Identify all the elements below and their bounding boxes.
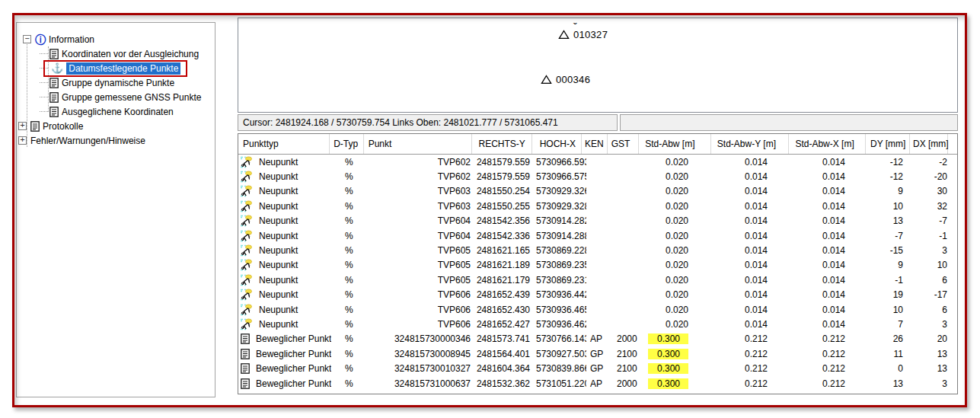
cell-ken: GP [586, 349, 612, 359]
expand-toggle[interactable]: + [18, 136, 27, 145]
cell-dtyp: % [331, 305, 366, 315]
cell-punkttyp: Neupunkt [238, 171, 331, 183]
tree-item-datumsfestlegende-punkte[interactable]: ⚓Datumsfestlegende Punkte [17, 61, 215, 75]
map-marker[interactable]: 010327ˇ [558, 29, 608, 40]
document-icon [49, 107, 59, 117]
table-row[interactable]: Neupunkt%TVP6042481542.3365730914.2880.0… [238, 228, 957, 243]
table-row[interactable]: Neupunkt%TVP6052481621.1895730869.2350.0… [238, 258, 957, 273]
cell-dx: 3 [918, 245, 956, 256]
cell-dtyp: % [331, 333, 366, 344]
column-header-punkt[interactable]: Punkt [364, 134, 473, 154]
cell-rechts_y: 2481652.439 [476, 289, 536, 300]
tree-item-koordinaten-vor-der-ausgleichung[interactable]: Koordinaten vor der Ausgleichung [17, 46, 215, 61]
cell-dy: 0 [874, 363, 918, 374]
cell-std_abw_x: 0.212 [796, 363, 874, 374]
cell-std_abw_y: 0.014 [717, 186, 796, 196]
cell-punkt: TVP604 [366, 215, 476, 226]
cell-std_abw_x: 0.212 [796, 378, 874, 389]
column-header-hoch_x[interactable]: HOCH-X [532, 134, 582, 154]
table-row[interactable]: Beweglicher Punkt%3248157300103272481604… [238, 361, 957, 375]
cell-hoch_x: 5730927.503 [536, 349, 586, 359]
neupunkt-icon [241, 171, 253, 183]
cell-punkt: 324815730010327 [366, 363, 476, 374]
cell-hoch_x: 5730936.465 [536, 305, 586, 315]
table-row[interactable]: Neupunkt%TVP6022481579.5595730966.5930.0… [238, 155, 957, 169]
cell-dtyp: % [331, 363, 366, 374]
cell-std_abw_x: 0.212 [796, 349, 874, 359]
cell-dx: 32 [918, 201, 956, 212]
column-header-std_abw[interactable]: Std-Abw [m] [639, 134, 711, 154]
cell-punkttyp: Neupunkt [238, 289, 331, 301]
document-icon [241, 333, 250, 344]
cell-ken: AP [586, 333, 612, 344]
tree-item-fehler-warnungen-hinweise[interactable]: +Fehler/Warnungen/Hinweise [17, 133, 215, 148]
tree-connector-stub [40, 111, 48, 113]
punkttyp-label: Neupunkt [259, 275, 298, 286]
table-row[interactable]: Neupunkt%TVP6042481542.3565730914.2820.0… [238, 214, 957, 228]
tree-item-label: Protokolle [43, 121, 83, 132]
navigation-tree-panel: −ⓘInformationKoordinaten vor der Ausglei… [16, 22, 215, 397]
table-row[interactable]: Beweglicher Punkt%3248157300003462481573… [238, 332, 957, 346]
table-row[interactable]: Neupunkt%TVP6062481652.4275730936.4620.0… [238, 317, 957, 331]
table-row[interactable]: Neupunkt%TVP6032481550.2545730929.3260.0… [238, 184, 957, 199]
cell-rechts_y: 2481550.255 [476, 201, 536, 212]
cell-dtyp: % [331, 157, 366, 168]
expand-toggle[interactable]: + [18, 122, 27, 130]
table-row[interactable]: Neupunkt%TVP6052481621.1655730869.2280.0… [238, 243, 957, 257]
tree-item-gruppe-dynamische-punkte[interactable]: Gruppe dynamische Punkte [17, 75, 215, 90]
tree-item-gruppe-gemessene-gnss-punkte[interactable]: Gruppe gemessene GNSS Punkte [17, 90, 215, 104]
tree-item-protokolle[interactable]: +Protokolle [17, 119, 215, 133]
table-row[interactable]: Beweglicher Punkt%3248157310006372481532… [238, 376, 957, 391]
document-icon [241, 363, 250, 374]
cell-rechts_y: 2481652.430 [476, 305, 536, 315]
column-header-rechts_y[interactable]: RECHTS-Y [472, 134, 531, 154]
column-header-ken[interactable]: KEN [582, 134, 608, 154]
cell-punkttyp: Beweglicher Punkt [238, 333, 331, 344]
collapse-toggle[interactable]: − [23, 35, 31, 43]
table-row[interactable]: Neupunkt%TVP6052481621.1795730869.2310.0… [238, 273, 957, 287]
column-header-punkttyp[interactable]: Punkttyp [238, 134, 330, 154]
column-header-std_abw_y[interactable]: Std-Abw-Y [m] [711, 134, 790, 154]
tree-item-label: Gruppe gemessene GNSS Punkte [62, 92, 201, 103]
table-row[interactable]: Neupunkt%TVP6032481550.2555730929.3280.0… [238, 199, 957, 213]
table-row[interactable]: Neupunkt%TVP6022481579.5595730966.5750.0… [238, 169, 957, 183]
table-row[interactable]: Beweglicher Punkt%3248157300089452481564… [238, 346, 957, 361]
cell-dx: -2 [918, 157, 956, 168]
column-header-filler [948, 134, 957, 154]
map-marker[interactable]: 000346 [541, 74, 590, 85]
cell-std_abw_x: 0.014 [796, 305, 874, 315]
document-icon [241, 378, 250, 389]
cell-std_abw_x: 0.014 [796, 201, 874, 212]
map-view[interactable]: 010327ˇ000346 [238, 18, 958, 113]
column-header-dx[interactable]: DX [mm] [910, 134, 948, 154]
column-header-dtyp[interactable]: D-Typ [330, 134, 363, 154]
cell-gst: 2100 [612, 349, 644, 359]
punkttyp-label: Neupunkt [259, 186, 298, 196]
cell-hoch_x: 5730869.231 [536, 275, 586, 286]
table-row[interactable]: Neupunkt%TVP6062481652.4305730936.4650.0… [238, 302, 957, 317]
cell-std_abw_y: 0.014 [717, 275, 796, 286]
cell-std_abw: 0.020 [644, 186, 717, 196]
punkttyp-label: Neupunkt [259, 201, 298, 212]
cell-punkt: 324815730000346 [366, 333, 476, 344]
cell-std_abw: 0.300 [644, 333, 717, 344]
punkttyp-label: Neupunkt [259, 215, 298, 226]
secondary-statusbar [620, 114, 958, 131]
cell-dx: 6 [918, 305, 956, 315]
tree-item-label: Gruppe dynamische Punkte [62, 78, 174, 88]
cell-rechts_y: 2481621.189 [476, 260, 536, 270]
map-marker-accent: ˇ [573, 21, 577, 33]
cell-gst: 2000 [612, 378, 644, 389]
tree-item-ausgeglichene-koordinaten[interactable]: Ausgeglichene Koordinaten [17, 104, 215, 119]
column-header-gst[interactable]: GST [608, 134, 639, 154]
neupunkt-icon [241, 289, 253, 301]
cell-std_abw_x: 0.014 [796, 319, 874, 330]
table-row[interactable]: Neupunkt%TVP6062481652.4395730936.4420.0… [238, 288, 957, 302]
cell-std_abw_y: 0.014 [717, 289, 796, 300]
tree-item-information[interactable]: −ⓘInformation [17, 32, 215, 46]
cell-dtyp: % [331, 215, 366, 226]
column-header-std_abw_x[interactable]: Std-Abw-X [m] [789, 134, 866, 154]
cell-punkt: TVP605 [366, 245, 476, 256]
column-header-dy[interactable]: DY [mm] [866, 134, 910, 154]
punkttyp-label: Beweglicher Punkt [256, 378, 331, 389]
